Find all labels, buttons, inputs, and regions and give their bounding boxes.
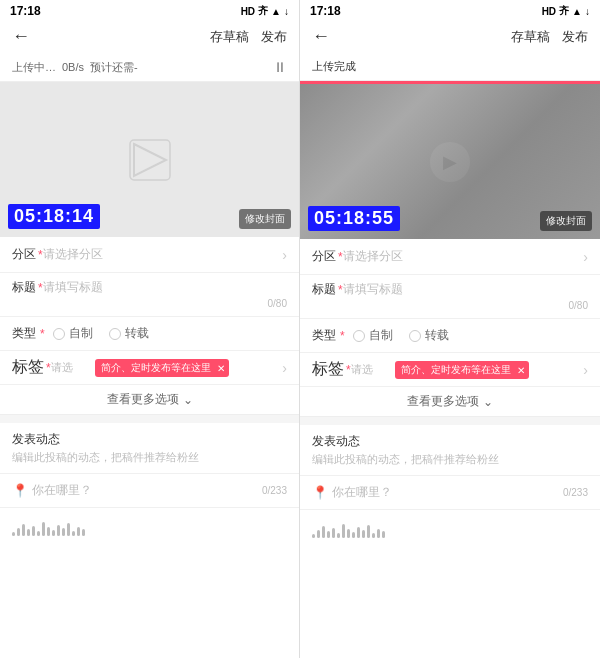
publish-button-left[interactable]: 发布 [261, 28, 287, 46]
save-draft-button-right[interactable]: 存草稿 [511, 28, 550, 46]
section-label-right: 分区 * [312, 248, 343, 265]
location-row-right[interactable]: 📍 你在哪里？ 0/233 [300, 476, 600, 510]
dynamic-label-right: 发表动态 [312, 433, 588, 450]
location-char-count-right: 0/233 [563, 487, 588, 498]
title-label-left: 标题 * [12, 279, 43, 296]
tag-chip-close-left[interactable]: ✕ [217, 362, 225, 373]
section-label-left: 分区 * [12, 246, 43, 263]
type-options-left: 自制 转载 [53, 325, 149, 342]
dynamic-value-right[interactable]: 编辑此投稿的动态，把稿件推荐给粉丝 [312, 452, 588, 467]
dynamic-row-left: 发表动态 编辑此投稿的动态，把稿件推荐给粉丝 [0, 423, 299, 474]
section-value-left: 请选择分区 [43, 246, 283, 263]
type-row-right: 类型 * 自制 转载 [300, 319, 600, 353]
type-option-original-right[interactable]: 自制 [353, 327, 393, 344]
title-label-right: 标题 * [312, 281, 343, 298]
location-icon-right: 📍 [312, 485, 328, 500]
tag-placeholder-right[interactable]: 请选 [351, 362, 391, 377]
section-row-left[interactable]: 分区 * 请选择分区 › [0, 237, 299, 273]
dynamic-value-left[interactable]: 编辑此投稿的动态，把稿件推荐给粉丝 [12, 450, 287, 465]
section-row-right[interactable]: 分区 * 请选择分区 › [300, 239, 600, 275]
status-icons-left: HD 齐 ▲ ↓ [241, 4, 289, 18]
time-left: 17:18 [10, 4, 41, 18]
title-row-left: 标题 * 请填写标题 0/80 [0, 273, 299, 317]
wave-area-left [0, 508, 299, 544]
video-thumb-right[interactable]: ▶ 05:18:55 修改封面 [300, 84, 600, 239]
title-row-right: 标题 * 请填写标题 0/80 [300, 275, 600, 319]
tag-row-right: 标签 * 请选 简介、定时发布等在这里 ✕ › [300, 353, 600, 387]
back-button-right[interactable]: ← [312, 26, 330, 47]
chevron-tag-left: › [282, 360, 287, 376]
status-icons-right: HD 齐 ▲ ↓ [542, 4, 590, 18]
form-left: 分区 * 请选择分区 › 标题 * 请填写标题 0/80 类型 * [0, 237, 299, 658]
more-options-right[interactable]: 查看更多选项 ⌄ [300, 387, 600, 417]
publish-button-right[interactable]: 发布 [562, 28, 588, 46]
divider-left [0, 415, 299, 423]
timer-right: 05:18:55 [308, 206, 400, 231]
chevron-section-left: › [282, 247, 287, 263]
upload-remaining-left: 预计还需- [90, 60, 138, 75]
chevron-more-left: ⌄ [183, 393, 193, 407]
title-input-right[interactable]: 请填写标题 [343, 281, 588, 298]
nav-bar-right: ← 存草稿 发布 [300, 22, 600, 53]
tag-chip-close-right[interactable]: ✕ [517, 364, 525, 375]
upload-complete-text: 上传完成 [312, 60, 356, 72]
tag-label-left: 标签 * [12, 357, 51, 378]
wave-area-right [300, 510, 600, 546]
nav-actions-left: 存草稿 发布 [210, 28, 287, 46]
left-panel: 17:18 HD 齐 ▲ ↓ ← 存草稿 发布 上传中… 0B/s 预计还需- … [0, 0, 300, 658]
form-right: 分区 * 请选择分区 › 标题 * 请填写标题 0/80 类型 * [300, 239, 600, 658]
more-options-left[interactable]: 查看更多选项 ⌄ [0, 385, 299, 415]
dynamic-label-left: 发表动态 [12, 431, 287, 448]
tag-placeholder-left[interactable]: 请选 [51, 360, 91, 375]
location-icon-left: 📍 [12, 483, 28, 498]
location-text-right: 你在哪里？ [332, 484, 392, 501]
nav-bar-left: ← 存草稿 发布 [0, 22, 299, 53]
pause-button-left[interactable]: ⏸ [273, 59, 287, 75]
back-button-left[interactable]: ← [12, 26, 30, 47]
tag-row-left: 标签 * 请选 简介、定时发布等在这里 ✕ › [0, 351, 299, 385]
chevron-tag-right: › [583, 362, 588, 378]
status-bar-right: 17:18 HD 齐 ▲ ↓ [300, 0, 600, 22]
type-options-right: 自制 转载 [353, 327, 449, 344]
type-label-right: 类型 [312, 327, 340, 344]
type-row-left: 类型 * 自制 转载 [0, 317, 299, 351]
tag-label-right: 标签 * [312, 359, 351, 380]
title-input-left[interactable]: 请填写标题 [43, 279, 287, 296]
section-value-right: 请选择分区 [343, 248, 584, 265]
location-row-left[interactable]: 📍 你在哪里？ 0/233 [0, 474, 299, 508]
tag-chip-left: 简介、定时发布等在这里 ✕ [95, 359, 229, 377]
title-char-count-left: 0/80 [268, 298, 287, 309]
tag-chip-right: 简介、定时发布等在这里 ✕ [395, 361, 529, 379]
upload-status-left: 上传中… [12, 60, 56, 75]
upload-complete-bar: 上传完成 [300, 53, 600, 81]
type-option-repost-left[interactable]: 转载 [109, 325, 149, 342]
timer-left: 05:18:14 [8, 204, 100, 229]
type-option-repost-right[interactable]: 转载 [409, 327, 449, 344]
video-placeholder-icon [126, 136, 174, 184]
nav-actions-right: 存草稿 发布 [511, 28, 588, 46]
location-text-left: 你在哪里？ [32, 482, 92, 499]
right-panel: 17:18 HD 齐 ▲ ↓ ← 存草稿 发布 上传完成 ▶ 05:18:55 … [300, 0, 600, 658]
save-draft-button-left[interactable]: 存草稿 [210, 28, 249, 46]
upload-speed-left: 0B/s [62, 61, 84, 73]
type-option-original-left[interactable]: 自制 [53, 325, 93, 342]
type-label-left: 类型 [12, 325, 40, 342]
divider-right [300, 417, 600, 425]
edit-cover-button-left[interactable]: 修改封面 [239, 209, 291, 229]
time-right: 17:18 [310, 4, 341, 18]
chevron-section-right: › [583, 249, 588, 265]
title-char-count-right: 0/80 [569, 300, 588, 311]
video-thumb-left: 05:18:14 修改封面 [0, 82, 299, 237]
dynamic-row-right: 发表动态 编辑此投稿的动态，把稿件推荐给粉丝 [300, 425, 600, 476]
location-char-count-left: 0/233 [262, 485, 287, 496]
chevron-more-right: ⌄ [483, 395, 493, 409]
upload-bar-left: 上传中… 0B/s 预计还需- ⏸ [0, 53, 299, 82]
status-bar-left: 17:18 HD 齐 ▲ ↓ [0, 0, 299, 22]
edit-cover-button-right[interactable]: 修改封面 [540, 211, 592, 231]
